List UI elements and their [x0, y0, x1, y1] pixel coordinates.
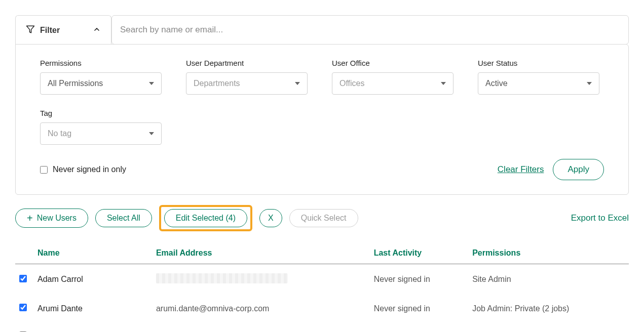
users-table: Name Email Address Last Activity Permiss…	[15, 242, 629, 332]
filter-label: Filter	[40, 26, 60, 35]
permissions-label: Permissions	[40, 59, 162, 67]
permissions-value: All Permissions	[48, 79, 103, 88]
department-select[interactable]: Departments	[186, 72, 308, 95]
cell-email	[152, 264, 370, 295]
status-label: User Status	[478, 59, 599, 67]
export-excel-link[interactable]: Export to Excel	[571, 213, 629, 223]
never-signed-in-checkbox[interactable]	[40, 166, 48, 174]
search-input[interactable]	[111, 15, 629, 45]
svg-marker-0	[27, 26, 34, 33]
filter-panel: Permissions All Permissions User Departm…	[15, 44, 629, 195]
edit-selected-button[interactable]: Edit Selected (4)	[164, 209, 247, 227]
caret-down-icon	[587, 82, 592, 85]
cell-email: arumi.dante@omniva-corp.com	[152, 295, 370, 322]
cell-last-activity: Never signed in	[370, 264, 468, 295]
tag-label: Tag	[40, 109, 162, 117]
select-all-button[interactable]: Select All	[95, 209, 152, 227]
permissions-select[interactable]: All Permissions	[40, 72, 162, 95]
cell-email: scrubbed_email_ocb8pzrruqqsatzg…	[152, 322, 370, 332]
col-email[interactable]: Email Address	[152, 242, 370, 264]
col-permissions[interactable]: Permissions	[468, 242, 629, 264]
cell-permissions: Site Admin	[468, 322, 629, 332]
col-last-activity[interactable]: Last Activity	[370, 242, 468, 264]
department-value: Departments	[194, 79, 240, 88]
clear-selection-button[interactable]: X	[259, 209, 282, 227]
status-value: Active	[485, 79, 508, 88]
redacted-email	[156, 273, 288, 283]
office-value: Offices	[339, 79, 365, 88]
caret-down-icon	[295, 82, 300, 85]
caret-down-icon	[149, 132, 154, 135]
cell-name: Arumi Dante	[33, 295, 152, 322]
office-label: User Office	[332, 59, 453, 67]
new-users-button[interactable]: + New Users	[15, 209, 88, 228]
caret-down-icon	[149, 82, 154, 85]
tag-value: No tag	[48, 129, 71, 138]
row-checkbox[interactable]	[19, 304, 27, 311]
chevron-up-icon	[93, 25, 101, 35]
tag-select[interactable]: No tag	[40, 122, 162, 145]
office-select[interactable]: Offices	[332, 72, 453, 95]
cell-last-activity: Never signed in	[370, 295, 468, 322]
table-row: Adam CarrolNever signed inSite Admin	[15, 264, 629, 295]
never-signed-in-label: Never signed in only	[53, 165, 126, 174]
cell-name: Adam Carrol	[33, 264, 152, 295]
filter-icon	[26, 25, 35, 36]
plus-icon: +	[27, 213, 33, 223]
col-name[interactable]: Name	[33, 242, 152, 264]
quick-select-button[interactable]: Quick Select	[289, 209, 358, 227]
clear-filters-link[interactable]: Clear Filters	[498, 164, 544, 175]
table-row: Arumi Dantearumi.dante@omniva-corp.comNe…	[15, 295, 629, 322]
filter-toggle[interactable]: Filter	[15, 15, 111, 45]
department-label: User Department	[186, 59, 308, 67]
row-checkbox[interactable]	[19, 275, 27, 282]
cell-permissions: Job Admin: Private (2 jobs)	[468, 295, 629, 322]
new-users-label: New Users	[37, 214, 77, 223]
status-select[interactable]: Active	[478, 72, 599, 95]
cell-name: Greenhouse Admin	[33, 322, 152, 332]
apply-button[interactable]: Apply	[553, 159, 604, 180]
cell-permissions: Site Admin	[468, 264, 629, 295]
edit-selected-highlight: Edit Selected (4)	[159, 205, 252, 231]
table-row: Greenhouse Adminscrubbed_email_ocb8pzrru…	[15, 322, 629, 332]
cell-last-activity: Never signed in	[370, 322, 468, 332]
caret-down-icon	[441, 82, 446, 85]
